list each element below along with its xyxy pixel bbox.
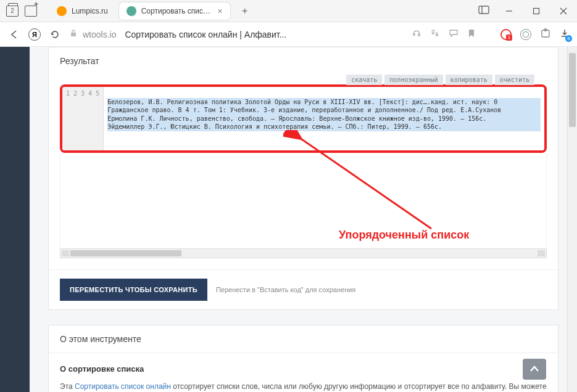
close-icon[interactable]: ×: [218, 6, 223, 16]
code-line: Гражданское право. В 4 т. Том 1: Учебник…: [107, 106, 541, 115]
page-title: Сортировать список онлайн | Алфавит...: [125, 30, 286, 39]
tab-title: Lumpics.ru: [72, 7, 108, 15]
badge: 1: [506, 35, 512, 41]
minimize-button[interactable]: [496, 0, 523, 22]
svg-rect-3: [534, 8, 539, 14]
editor-empty-area[interactable]: [60, 153, 547, 248]
horizontal-scrollbar[interactable]: [60, 248, 547, 258]
save-row: ПЕРЕМЕСТИТЬ ЧТОБЫ СОХРАНИТЬ Перенести в …: [49, 269, 558, 309]
new-window-icon[interactable]: [25, 6, 37, 17]
about-text: Эта Сортировать список онлайн отсортируе…: [60, 381, 547, 392]
translate-icon[interactable]: [430, 28, 440, 41]
site-sidebar: [0, 47, 30, 392]
text: Эта: [60, 382, 75, 391]
about-header: О этом инструменте: [49, 325, 558, 353]
window-count-icon[interactable]: 2: [6, 6, 19, 17]
tab-title: Сортировать список о: [141, 7, 213, 15]
code-area[interactable]: Белозеров, И.В. Религиозная политика Зол…: [104, 87, 544, 150]
bookmark-icon[interactable]: [467, 28, 476, 41]
vertical-scrollbar[interactable]: [567, 47, 577, 392]
copy-button[interactable]: копировать: [446, 75, 492, 85]
headphones-icon[interactable]: [412, 28, 421, 41]
tab-strip: Lumpics.ru Сортировать список о × +: [49, 2, 478, 20]
lock-icon: [69, 29, 78, 39]
tab-wtools[interactable]: Сортировать список о ×: [119, 2, 230, 20]
download-button[interactable]: скачать: [346, 75, 382, 85]
favicon-icon: [57, 6, 67, 16]
code-line: Белозеров, И.В. Религиозная политика Зол…: [107, 98, 541, 107]
code-line: Эйдемиллер Э.Г., Юстицкис В. Психология …: [107, 123, 541, 131]
tab-lumpics[interactable]: Lumpics.ru: [49, 2, 115, 20]
close-button[interactable]: [550, 0, 577, 22]
annotation-label: Упорядоченный список: [339, 229, 469, 242]
url-box[interactable]: wtools.io Сортировать список онлайн | Ал…: [69, 29, 404, 39]
sort-online-link[interactable]: Сортировать список онлайн: [75, 382, 171, 391]
adblock-icon[interactable]: 1: [500, 29, 512, 40]
scrollbar-thumb[interactable]: [70, 250, 181, 256]
maximize-button[interactable]: [523, 0, 550, 22]
url-host: wtools.io: [83, 30, 116, 39]
about-subheader: О сортировке списка: [60, 363, 547, 375]
svg-rect-6: [71, 33, 76, 36]
badge: 8: [565, 35, 572, 42]
extensions-icon[interactable]: [540, 28, 551, 41]
svg-rect-0: [479, 6, 489, 14]
code-line: Ермолина Г.К. Личность, равенство, свобо…: [107, 115, 541, 123]
address-bar: Я wtools.io Сортировать список онлайн | …: [0, 22, 577, 47]
clear-button[interactable]: очистить: [495, 75, 534, 85]
extension-icon[interactable]: [520, 29, 531, 40]
result-toolbar: скачать полноэкранный копировать очистит…: [60, 75, 547, 85]
move-to-save-button[interactable]: ПЕРЕМЕСТИТЬ ЧТОБЫ СОХРАНИТЬ: [60, 279, 207, 301]
window-controls: [496, 0, 577, 22]
result-editor-highlight: 1 2 3 4 5 Белозеров, И.В. Религиозная по…: [60, 84, 547, 153]
sidebar-toggle-icon[interactable]: [478, 5, 489, 17]
scroll-top-button[interactable]: [523, 359, 546, 380]
scrollbar-thumb[interactable]: [569, 53, 576, 127]
result-editor[interactable]: 1 2 3 4 5 Белозеров, И.В. Религиозная по…: [62, 87, 544, 150]
result-header: Результат: [49, 47, 558, 75]
fullscreen-button[interactable]: полноэкранный: [384, 75, 442, 85]
page-viewport: Результат скачать полноэкранный копирова…: [0, 47, 577, 392]
result-card: Результат скачать полноэкранный копирова…: [48, 47, 558, 310]
back-button[interactable]: [7, 28, 21, 41]
yandex-icon[interactable]: Я: [28, 28, 41, 41]
download-icon[interactable]: 8: [560, 28, 570, 41]
reload-button[interactable]: [48, 28, 62, 41]
window-titlebar: 2 Lumpics.ru Сортировать список о × +: [0, 0, 577, 22]
new-tab-button[interactable]: +: [238, 4, 252, 18]
favicon-icon: [127, 6, 136, 16]
comment-icon[interactable]: [449, 28, 459, 41]
save-hint: Перенести в "Вставить код" для сохранени…: [216, 286, 355, 293]
about-card: О этом инструменте О сортировке списка Э…: [48, 325, 558, 393]
line-gutter: 1 2 3 4 5: [62, 87, 104, 150]
